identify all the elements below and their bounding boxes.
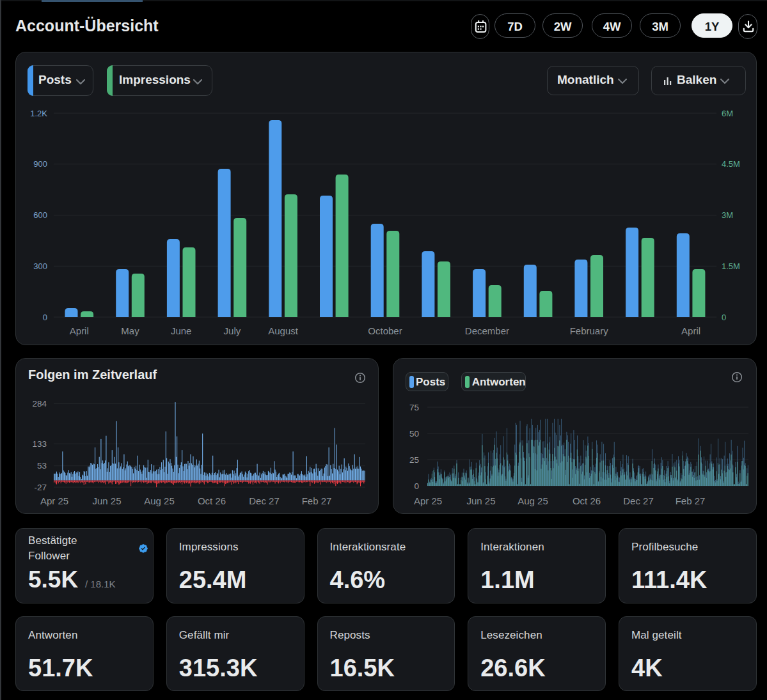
svg-text:Apr 25: Apr 25 [40, 495, 68, 506]
svg-text:-27: -27 [34, 483, 47, 492]
svg-text:February: February [570, 325, 609, 336]
svg-text:October: October [368, 325, 402, 336]
svg-text:133: 133 [32, 439, 47, 449]
svg-text:25: 25 [409, 455, 419, 465]
svg-text:August: August [268, 325, 299, 336]
svg-text:June: June [171, 325, 192, 336]
svg-text:April: April [70, 325, 89, 336]
svg-text:Dec 27: Dec 27 [249, 495, 280, 506]
svg-text:284: 284 [32, 399, 47, 408]
svg-text:53: 53 [37, 461, 47, 471]
svg-text:Feb 27: Feb 27 [302, 495, 332, 506]
svg-text:300: 300 [33, 261, 47, 271]
svg-text:0: 0 [722, 313, 726, 322]
svg-text:April: April [681, 325, 700, 336]
svg-text:Apr 25: Apr 25 [414, 495, 442, 506]
svg-text:6M: 6M [722, 109, 733, 118]
svg-text:Jun 25: Jun 25 [92, 495, 121, 506]
svg-text:December: December [465, 325, 509, 336]
svg-text:0: 0 [414, 481, 419, 491]
svg-text:600: 600 [33, 210, 47, 220]
svg-text:75: 75 [409, 403, 419, 412]
svg-text:Feb 27: Feb 27 [676, 495, 706, 506]
svg-text:July: July [224, 325, 241, 336]
svg-text:Aug 25: Aug 25 [144, 495, 175, 506]
svg-text:May: May [121, 325, 139, 336]
svg-text:Oct 26: Oct 26 [573, 495, 601, 506]
svg-text:Jun 25: Jun 25 [466, 495, 495, 506]
svg-text:0: 0 [43, 313, 47, 322]
svg-text:Dec 27: Dec 27 [623, 495, 654, 506]
svg-text:Aug 25: Aug 25 [518, 495, 548, 506]
svg-text:3M: 3M [722, 210, 733, 220]
svg-text:1.2K: 1.2K [30, 109, 47, 118]
svg-text:900: 900 [33, 159, 47, 169]
svg-text:50: 50 [409, 429, 419, 439]
svg-text:Oct 26: Oct 26 [198, 495, 226, 506]
svg-text:4.5M: 4.5M [722, 159, 740, 169]
svg-text:1.5M: 1.5M [722, 261, 740, 271]
